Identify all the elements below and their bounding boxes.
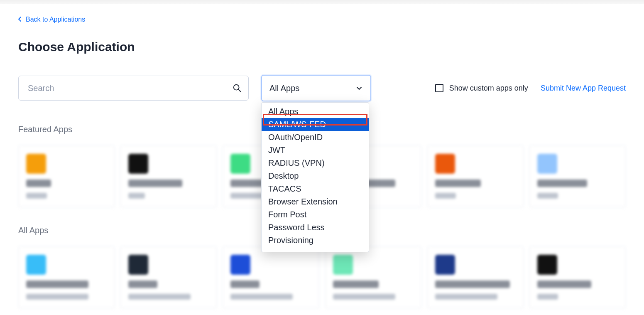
app-name [435, 281, 510, 288]
app-name [128, 180, 182, 187]
top-bar [0, 0, 644, 4]
search-input[interactable] [18, 76, 249, 101]
filter-option-all-apps[interactable]: All Apps [262, 105, 369, 118]
app-category [128, 294, 191, 300]
chevron-down-icon [355, 84, 363, 92]
app-card[interactable] [223, 246, 319, 308]
app-name [537, 180, 587, 187]
filter-option-jwt[interactable]: JWT [262, 144, 369, 157]
page-content: Back to Applications Choose Application … [0, 4, 644, 315]
app-name [333, 281, 379, 288]
filter-option-browser-extension[interactable]: Browser Extension [262, 195, 369, 208]
app-icon [26, 255, 46, 275]
filter-option-radius-vpn[interactable]: RADIUS (VPN) [262, 157, 369, 170]
app-category [537, 294, 558, 300]
app-icon [230, 154, 250, 174]
app-category [26, 294, 88, 300]
app-card[interactable] [325, 246, 421, 308]
app-icon [537, 255, 557, 275]
svg-line-1 [238, 89, 240, 91]
filter-select[interactable]: All Apps [261, 75, 371, 101]
app-icon [128, 255, 148, 275]
right-controls: Show custom apps only Submit New App Req… [435, 84, 626, 93]
checkbox-icon [435, 84, 443, 92]
app-icon [230, 255, 250, 275]
app-card[interactable] [120, 145, 217, 207]
app-category [230, 294, 293, 300]
app-card[interactable] [18, 246, 115, 308]
filter-option-form-post[interactable]: Form Post [262, 208, 369, 221]
show-custom-label: Show custom apps only [449, 84, 528, 93]
back-to-applications-link[interactable]: Back to Applications [18, 16, 85, 23]
app-name [26, 281, 88, 288]
page-title: Choose Application [18, 40, 626, 54]
search-icon[interactable] [232, 83, 242, 93]
app-card[interactable] [529, 246, 626, 308]
app-card[interactable] [18, 145, 115, 207]
all-apps-grid [18, 246, 626, 308]
app-icon [537, 154, 557, 174]
filter-option-saml-ws-fed[interactable]: SAML/WS-FED [262, 118, 369, 131]
filter-wrap: All Apps All Apps SAML/WS-FED OAuth/Open… [261, 75, 371, 101]
app-icon [26, 154, 46, 174]
filter-option-tacacs[interactable]: TACACS [262, 182, 369, 195]
filter-option-oauth-openid[interactable]: OAuth/OpenID [262, 131, 369, 144]
app-card[interactable] [120, 246, 217, 308]
back-link-label: Back to Applications [26, 16, 85, 23]
app-name [537, 281, 591, 288]
chevron-left-icon [18, 16, 22, 23]
filter-selected-label: All Apps [269, 84, 299, 93]
submit-new-app-link[interactable]: Submit New App Request [541, 84, 626, 93]
filter-option-provisioning[interactable]: Provisioning [262, 234, 369, 247]
app-icon [435, 255, 455, 275]
filter-option-desktop[interactable]: Desktop [262, 170, 369, 182]
app-name [230, 281, 260, 288]
app-name [128, 281, 157, 288]
app-card[interactable] [427, 246, 524, 308]
app-card[interactable] [427, 145, 524, 207]
app-category [435, 193, 456, 199]
app-category [128, 193, 145, 199]
app-category [435, 294, 497, 300]
app-icon [435, 154, 455, 174]
app-icon [128, 154, 148, 174]
app-category [537, 193, 558, 199]
app-category [26, 193, 47, 199]
show-custom-checkbox[interactable]: Show custom apps only [435, 84, 528, 93]
controls-row: All Apps All Apps SAML/WS-FED OAuth/Open… [18, 75, 626, 101]
filter-option-password-less[interactable]: Password Less [262, 221, 369, 234]
search-wrap [18, 76, 249, 101]
filter-dropdown[interactable]: All Apps SAML/WS-FED OAuth/OpenID JWT RA… [261, 102, 369, 252]
app-name [26, 180, 51, 187]
app-card[interactable] [529, 145, 626, 207]
app-name [435, 180, 481, 187]
app-icon [333, 255, 353, 275]
app-category [333, 294, 395, 300]
